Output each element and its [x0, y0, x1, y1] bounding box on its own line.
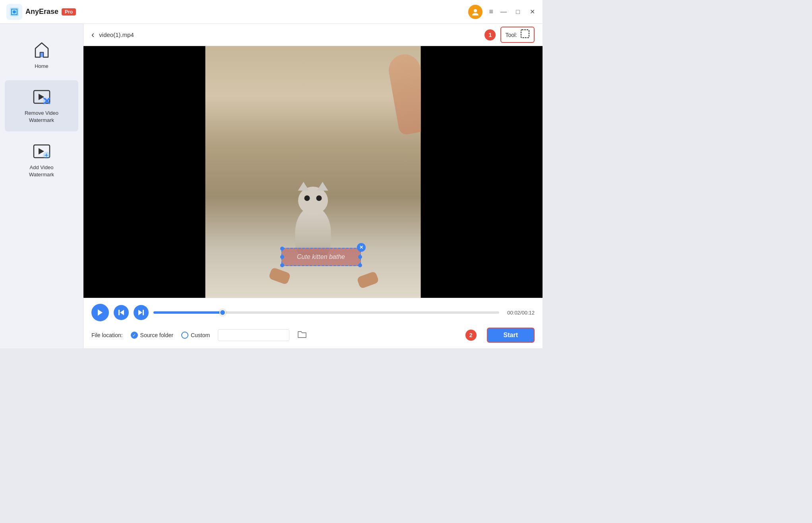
custom-path-input[interactable]	[218, 329, 289, 341]
step2-badge: 2	[465, 330, 477, 341]
home-label: Home	[35, 63, 48, 70]
playback-row: 00:02/00:12	[91, 304, 535, 321]
svg-point-3	[474, 9, 477, 12]
handle-bottom-right[interactable]	[358, 263, 362, 267]
close-button[interactable]: ✕	[528, 8, 536, 15]
pro-badge: Pro	[62, 8, 76, 15]
source-folder-radio[interactable]	[131, 332, 138, 339]
home-icon	[32, 41, 51, 60]
video-frame: Cute kitten bathe ✕	[83, 46, 543, 298]
add-watermark-icon	[32, 142, 51, 161]
sidebar-item-home[interactable]: Home	[5, 33, 78, 77]
remove-watermark-label: Remove VideoWatermark	[25, 110, 58, 124]
progress-thumb[interactable]	[219, 309, 226, 316]
start-btn-container: 2 Start	[465, 328, 535, 343]
custom-radio[interactable]	[181, 332, 188, 339]
forward-button[interactable]	[134, 305, 149, 320]
svg-marker-6	[39, 94, 44, 100]
user-avatar[interactable]	[468, 5, 483, 19]
handle-bottom-left[interactable]	[280, 263, 284, 267]
controls-bar: 00:02/00:12 File location: Source folder…	[83, 298, 543, 348]
svg-marker-9	[39, 148, 44, 154]
step1-badge: 1	[484, 29, 496, 41]
svg-marker-12	[98, 309, 103, 316]
video-filename: video(1).mp4	[99, 31, 484, 38]
minimize-button[interactable]: —	[500, 8, 508, 15]
sidebar-item-remove-watermark[interactable]: Remove VideoWatermark	[5, 80, 78, 131]
maximize-button[interactable]: □	[514, 8, 522, 15]
tool-section: Tool:	[500, 27, 535, 43]
app-name: AnyErase	[25, 8, 58, 16]
source-folder-option[interactable]: Source folder	[131, 332, 173, 339]
sidebar: Home Remove VideoWatermark Add VideoWa	[0, 24, 83, 348]
svg-marker-15	[138, 310, 142, 315]
handle-middle-left[interactable]	[280, 255, 284, 259]
progress-bar[interactable]	[153, 311, 499, 314]
content-header: ‹ video(1).mp4 1 Tool:	[83, 24, 543, 46]
sidebar-item-add-watermark[interactable]: Add VideoWatermark	[5, 135, 78, 185]
handle-middle-right[interactable]	[358, 255, 362, 259]
video-container[interactable]: Cute kitten bathe ✕	[83, 46, 543, 298]
add-watermark-label: Add VideoWatermark	[29, 164, 54, 178]
content-area: ‹ video(1).mp4 1 Tool:	[83, 24, 543, 348]
human-arm	[386, 52, 421, 136]
selection-tool-icon[interactable]	[520, 29, 530, 41]
window-controls: ≡ — □ ✕	[468, 5, 536, 19]
file-location-label: File location:	[91, 332, 123, 338]
tool-label: Tool:	[505, 32, 517, 38]
svg-rect-16	[143, 310, 144, 315]
back-button[interactable]: ‹	[91, 30, 94, 40]
watermark-close-button[interactable]: ✕	[357, 243, 366, 252]
titlebar: AnyErase Pro ≡ — □ ✕	[0, 0, 543, 24]
remove-watermark-icon	[32, 87, 51, 106]
main-layout: Home Remove VideoWatermark Add VideoWa	[0, 24, 543, 348]
time-display: 00:02/00:12	[507, 310, 535, 316]
svg-rect-4	[40, 52, 43, 57]
play-button[interactable]	[91, 304, 109, 321]
svg-point-2	[13, 10, 16, 14]
rewind-button[interactable]	[114, 305, 129, 320]
menu-button[interactable]: ≡	[489, 8, 493, 16]
custom-option[interactable]: Custom	[181, 332, 210, 339]
source-folder-label: Source folder	[140, 332, 173, 338]
file-location-row: File location: Source folder Custom 2	[91, 328, 535, 343]
svg-marker-13	[120, 310, 124, 315]
progress-fill	[153, 311, 223, 314]
custom-label: Custom	[191, 332, 210, 338]
svg-rect-11	[521, 30, 529, 38]
svg-rect-14	[118, 310, 120, 315]
browse-folder-icon[interactable]	[297, 330, 307, 341]
watermark-selection[interactable]: Cute kitten bathe ✕	[281, 248, 361, 266]
start-button[interactable]: Start	[487, 328, 535, 343]
app-logo	[6, 4, 22, 20]
watermark-text: Cute kitten bathe	[297, 253, 345, 261]
handle-top-left[interactable]	[280, 247, 284, 251]
